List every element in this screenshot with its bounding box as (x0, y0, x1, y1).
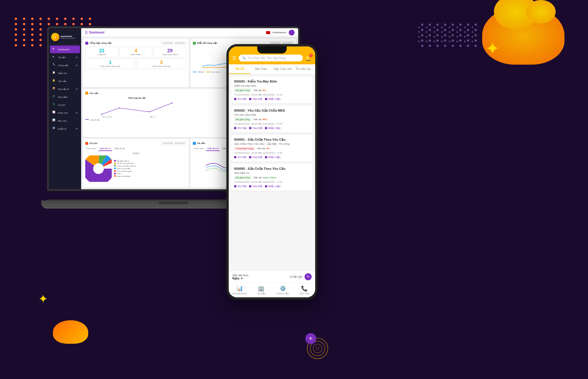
legend-dot-2 (114, 162, 116, 164)
work-item-000083-tags: Đã giao công Tiến độ: 0% (234, 88, 310, 92)
sidebar-item-cong-viec[interactable]: 🔧 Công việc ▶ (50, 61, 80, 69)
legend-item-3: Công cụ & Máy công cụ (114, 165, 136, 167)
work-item-000083-subtitle: Kiểm tra máy bơm (234, 84, 310, 87)
card-chi-phi: Chi phí 01/04/2020 - 30/04/2020 Danh sác… (83, 139, 189, 187)
work-item-000082: 000082 - Yêu Cầu Sửa Chữa MBA Yêu cầu sử… (231, 106, 313, 133)
phone-tab-ban-giao[interactable]: Bàn Giao (250, 64, 272, 74)
sidebar-item-mua-sam[interactable]: 🛒 Mua sắm (50, 93, 80, 101)
sidebar-label-yeu-cau: Yêu cầu (58, 80, 67, 83)
action-chi-tiet-000081[interactable]: Chi Tiết (234, 156, 247, 159)
card-tong-hop-title: Tổng hợp công việc (85, 42, 112, 45)
tai-san-tab-danh-sach[interactable]: Danh sách (193, 147, 205, 151)
status-tag-000083: Đã giao công (234, 88, 251, 92)
sidebar-item-kho-vat-tu[interactable]: 📦 Kho vật tư ▶ (50, 85, 80, 93)
nav-tai-san-icon: 🏢 (258, 285, 264, 292)
stat-on-time-label: Hoàn thành đúng hạn (87, 65, 134, 68)
svg-text:Không xác định: Không xác định (102, 116, 112, 118)
work-item-000082-actions: Chi Tiết Trao Đổi Nhắc Việc (234, 127, 310, 130)
action-chi-tiet-000080[interactable]: Chi Tiết (234, 185, 247, 188)
stat-not-completed-value: 29 (155, 48, 185, 53)
phone-nav-yeu-cau[interactable]: 📞 YÊU CẦU (294, 283, 315, 297)
action-dot-12 (265, 185, 267, 187)
refresh-button[interactable]: ↻ (305, 273, 312, 280)
work-item-000082-tags: Đã giao công Tiến độ: 50% (234, 118, 310, 121)
sidebar-item-yeu-cau[interactable]: 🔔 Yêu cầu (50, 77, 80, 85)
phone-tab-tat-ca[interactable]: Tất Cả (229, 64, 250, 74)
work-item-000083: 000083 - Kiểm Tra Máy Bơm Kiểm tra máy b… (231, 77, 313, 103)
sidebar-label-tai-san: Tài sản (58, 56, 66, 59)
legend-dot-3 (114, 165, 116, 167)
action-trao-doi-000082[interactable]: Trao Đổi (249, 127, 263, 130)
phone-search-bar[interactable]: 🔍 Tìm theo: Mã, Tên, Nội Dung, ... (239, 55, 303, 61)
action-chi-tiet-000082[interactable]: Chi Tiết (234, 127, 247, 130)
action-nhac-viec-000082[interactable]: Nhắc Việc (265, 127, 281, 130)
phone-tab-tin-lien-qu[interactable]: Tin Liên Qu... (294, 64, 315, 74)
yeu-cau-chart1: Phân loại yêu cầu (85, 97, 188, 123)
svg-point-22 (93, 163, 104, 174)
action-dot-9 (265, 156, 267, 158)
status-tag-000081: Chưa phân công (234, 147, 255, 150)
work-item-000081-title: 000081 - Sửa Chữa Theo Yêu Cầu (234, 138, 310, 142)
action-chi-tiet-000083[interactable]: Chi Tiết (234, 98, 247, 100)
chi-phi-tab-bieu-do-tron[interactable]: Biểu đồ tròn (98, 147, 112, 151)
arrow-icon-tai-san: ▶ (76, 56, 78, 58)
chi-phi-tab-danh-sach[interactable]: Danh sách (85, 147, 97, 151)
report-icon: 📊 (52, 119, 56, 123)
action-trao-doi-000080[interactable]: Trao Đổi (249, 185, 263, 188)
action-nhac-viec-000083[interactable]: Nhắc Việc (265, 98, 281, 100)
dollar-icon: 💲 (52, 103, 56, 107)
arrow-icon-quan-tri: ▶ (76, 128, 78, 130)
sidebar-label-kho-vat-tu: Kho vật tư (58, 88, 69, 90)
progress-000083: Tiến độ: 0% (253, 89, 266, 92)
sort-value[interactable]: Ngày ▼ (232, 277, 248, 280)
action-nhac-viec-000081[interactable]: Nhắc Việc (265, 156, 281, 159)
phone-notch (257, 46, 287, 53)
phone-bell-icon[interactable]: 🔔 1 (305, 55, 312, 61)
chevron-down-icon: ▼ (240, 277, 243, 280)
star-decoration-large: ✦ (485, 38, 500, 59)
action-trao-doi-000083[interactable]: Trao Đổi (249, 98, 263, 100)
hamburger-icon[interactable]: ☰ (85, 31, 88, 35)
sidebar-item-chi-phi[interactable]: 💲 Chi phí (50, 101, 80, 109)
svg-point-26 (316, 347, 319, 350)
work-item-000080-date: Từ 20/04/2020 - 03:00 đến 20/04/2020 - 1… (234, 181, 310, 183)
chi-phi-tab-bieu-do-cot[interactable]: Biểu đồ cột (113, 147, 126, 151)
nav-dashboard-icon: 📊 (236, 285, 243, 292)
sidebar-item-dashboard[interactable]: ⊞ Dashboard (50, 46, 80, 53)
work-item-000081-date: Từ 20/04/2020 - 03:00 đến 20/04/2020 - 1… (234, 152, 310, 154)
sidebar-item-kiem-tra[interactable]: 📋 Kiểm tra (50, 69, 80, 77)
action-nhac-viec-000080[interactable]: Nhắc Việc (265, 185, 281, 188)
fab-add-button[interactable]: + (305, 333, 316, 344)
records-count: 33 bản ghi (290, 275, 302, 278)
sidebar-label-phan-tich: Phân tích (58, 112, 68, 114)
bieu-do-icon (193, 42, 196, 45)
phone-bottom-nav: 📊 DASHBOARD 🏢 TÀI SẢN ⚙️ CÔNG VIỆC 📞 YÊU… (229, 283, 315, 297)
phone-nav-dashboard[interactable]: 📊 DASHBOARD (229, 283, 250, 297)
wrench-icon: 🔧 (52, 63, 56, 67)
tai-san-tab-bieu-do-tron[interactable]: Biểu đồ tròn (206, 147, 220, 151)
action-dot-3 (265, 98, 267, 100)
svg-point-7 (101, 114, 102, 115)
sidebar-item-bao-cao[interactable]: 📊 Báo cáo (50, 117, 80, 125)
phone-nav-cong-viec[interactable]: ⚙️ CÔNG VIỆC (272, 283, 294, 297)
sidebar-item-phan-tich[interactable]: 📈 Phân tích ▶ (50, 109, 80, 117)
chi-phi-chart-area: Bộ phận bảo trì Chi phí cho nhân viên Cô… (85, 155, 186, 182)
phone-tab-viec-can-lam[interactable]: Việc Cần Làm (272, 64, 294, 74)
work-item-000083-date: Từ 20/04/2020 - 03:00 đến 20/04/2020 - 1… (234, 93, 310, 96)
phone-menu-icon[interactable]: ☰ (232, 55, 236, 61)
work-item-000082-date: Từ 20/04/2020 - 03:00 đến 20/04/2020 - 1… (234, 123, 310, 125)
phone-nav-tai-san[interactable]: 🏢 TÀI SẢN (250, 283, 272, 297)
sidebar-item-tai-san[interactable]: ◈ Tài sản ▶ (50, 53, 80, 61)
grid-icon: ⊞ (52, 47, 56, 51)
phone-frame: ☰ 🔍 Tìm theo: Mã, Tên, Nội Dung, ... 🔔 1… (226, 44, 318, 300)
legend-dot-6 (114, 173, 116, 175)
legend-item-5: Dịch vụ thuê ngoài (114, 170, 136, 172)
action-dot-1 (234, 98, 236, 100)
clipboard-icon: 📋 (52, 71, 56, 75)
stat-total: 33 Tổng số (85, 47, 118, 57)
sidebar-item-quan-tri[interactable]: ⚙️ Quản trị ▶ (50, 125, 80, 133)
action-trao-doi-000081[interactable]: Trao Đổi (249, 156, 263, 159)
svg-text:Kiểm tra: Kiểm tra (149, 116, 155, 118)
blob-decoration (53, 320, 88, 344)
action-dot-8 (249, 156, 251, 158)
